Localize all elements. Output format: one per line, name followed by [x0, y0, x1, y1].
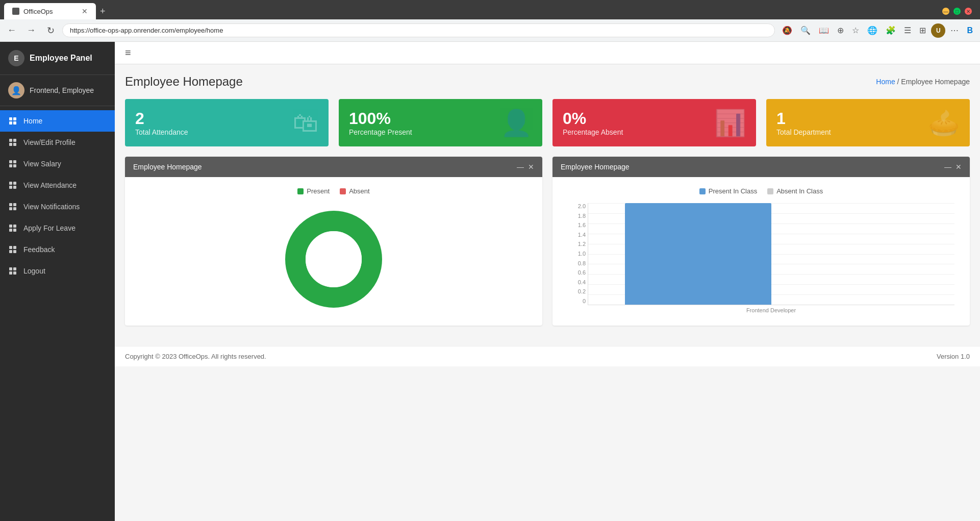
y-label-2: 2.0: [568, 203, 586, 209]
sidebar-item-label: View Attendance: [23, 181, 77, 189]
hamburger-button[interactable]: ≡: [125, 47, 131, 59]
y-label-10: 1.0: [568, 251, 586, 257]
sidebar-item-label: View/Edit Profile: [23, 138, 76, 146]
home-icon: [8, 116, 17, 126]
feedback-icon: [8, 245, 17, 254]
sidebar-item-feedback[interactable]: Feedback: [0, 239, 115, 260]
collections-icon[interactable]: ☰: [901, 23, 914, 37]
donut-close-button[interactable]: ✕: [528, 163, 534, 171]
bar-chart-title: Employee Homepage: [561, 163, 630, 171]
search-icon[interactable]: 🔍: [797, 23, 814, 37]
main-content: ≡ Employee Homepage Home / Employee Home…: [115, 42, 980, 521]
profile-avatar[interactable]: U: [931, 23, 945, 38]
sidebar-item-home[interactable]: Home: [0, 110, 115, 132]
user-name: Frontend, Employee: [30, 86, 94, 94]
more-icon[interactable]: ⋯: [947, 23, 962, 37]
stat-card-department: 1 Total Department 🥧: [766, 99, 970, 146]
chart-bar-icon: 📊: [714, 108, 746, 138]
sidebar-item-label: View Notifications: [23, 203, 80, 211]
y-label-12: 1.2: [568, 241, 586, 247]
tab-close-button[interactable]: ✕: [82, 7, 88, 15]
minimize-button[interactable]: —: [942, 8, 949, 15]
sidebar-item-notifications[interactable]: View Notifications: [0, 196, 115, 217]
profile-icon: [8, 138, 17, 147]
donut-legend: Present Absent: [135, 187, 532, 195]
window-controls: — □ ✕: [942, 8, 976, 15]
brand-title: Employee Panel: [30, 54, 92, 63]
address-bar[interactable]: https://office-ops-app.onrender.com/empl…: [62, 23, 775, 37]
notifications-icon[interactable]: 🔕: [779, 23, 795, 37]
y-label-0: 0: [568, 298, 586, 304]
absent-label: Absent: [349, 187, 369, 195]
browser-chrome: OfficeOps ✕ + — □ ✕ ← → ↻ https://office…: [0, 0, 980, 42]
bar-close-button[interactable]: ✕: [956, 163, 962, 171]
charts-row: Employee Homepage — ✕ Present: [125, 157, 970, 326]
footer: Copyright © 2023 OfficeOps. All rights r…: [115, 346, 980, 366]
stat-card-present: 100% Percentage Present 👤: [339, 99, 542, 146]
breadcrumb-current: Employee Homepage: [901, 78, 970, 86]
svg-point-2: [306, 231, 362, 287]
sidebar-item-logout[interactable]: Logout: [0, 260, 115, 282]
bag-icon: 🛍: [293, 108, 318, 138]
present-class-dot: [699, 188, 706, 194]
breadcrumb-home[interactable]: Home: [876, 78, 895, 86]
extensions-icon[interactable]: 🧩: [883, 23, 899, 37]
donut-container: [135, 203, 532, 315]
favorites-icon[interactable]: ☆: [849, 23, 862, 37]
notifications-nav-icon: [8, 202, 17, 211]
close-button[interactable]: ✕: [965, 8, 972, 15]
stat-number-attendance: 2: [135, 109, 318, 128]
tab-favicon: [12, 8, 19, 15]
present-dot: [297, 188, 304, 194]
reading-view-icon[interactable]: 📖: [816, 23, 832, 37]
bar-chart-card: Employee Homepage — ✕ Present In Class: [552, 157, 970, 326]
legend-absent-class: Absent In Class: [767, 187, 823, 195]
globe-icon[interactable]: 🌐: [864, 23, 881, 37]
user-plus-icon: 👤: [500, 108, 532, 138]
bar-chart-body: Present In Class Absent In Class: [552, 177, 970, 324]
sidebar: E Employee Panel 👤 Frontend, Employee Ho…: [0, 42, 115, 521]
y-axis: 2.0 1.8 1.6 1.4 1.2 1.0 0.8 0.6 0.4 0.: [568, 203, 586, 305]
sidebar-item-profile[interactable]: View/Edit Profile: [0, 132, 115, 153]
y-label-14: 1.4: [568, 232, 586, 238]
top-bar: ≡: [115, 42, 980, 64]
active-tab[interactable]: OfficeOps ✕: [4, 3, 96, 19]
y-label-18: 1.8: [568, 213, 586, 219]
maximize-button[interactable]: □: [953, 8, 961, 15]
sidebar-item-attendance[interactable]: View Attendance: [0, 175, 115, 196]
x-label-frontend: Frontend Developer: [588, 307, 954, 313]
chart-plot-area: [588, 203, 954, 305]
legend-present-class: Present In Class: [699, 187, 757, 195]
forward-button[interactable]: →: [23, 23, 39, 38]
donut-chart-card: Employee Homepage — ✕ Present: [125, 157, 542, 326]
footer-copyright: Copyright © 2023 OfficeOps. All rights r…: [125, 353, 266, 360]
split-view-icon[interactable]: ⊞: [916, 23, 929, 37]
attendance-icon: [8, 181, 17, 190]
donut-chart-body: Present Absent: [125, 177, 542, 326]
absent-class-label: Absent In Class: [776, 187, 823, 195]
sidebar-item-label: Apply For Leave: [23, 224, 76, 232]
y-label-06: 0.6: [568, 269, 586, 276]
sidebar-item-salary[interactable]: View Salary: [0, 153, 115, 175]
donut-minimize-button[interactable]: —: [517, 163, 524, 171]
browser-toolbar: ← → ↻ https://office-ops-app.onrender.co…: [0, 19, 980, 42]
salary-icon: [8, 159, 17, 168]
bar-minimize-button[interactable]: —: [944, 163, 951, 171]
donut-chart-header: Employee Homepage — ✕: [125, 157, 542, 177]
bar-present: [625, 203, 771, 305]
donut-chart-controls: — ✕: [517, 163, 534, 171]
sidebar-item-leave[interactable]: Apply For Leave: [0, 217, 115, 239]
new-tab-button[interactable]: +: [96, 4, 110, 19]
reload-button[interactable]: ↻: [43, 23, 58, 38]
toolbar-icons: 🔕 🔍 📖 ⊕ ☆ 🌐 🧩 ☰ ⊞ U ⋯ B: [779, 23, 976, 38]
tab-title: OfficeOps: [23, 8, 53, 15]
bing-icon[interactable]: B: [964, 24, 976, 37]
back-button[interactable]: ←: [4, 23, 19, 38]
tab-bar: OfficeOps ✕ + — □ ✕: [0, 0, 980, 19]
sidebar-item-label: Logout: [23, 267, 45, 275]
zoom-icon[interactable]: ⊕: [834, 23, 847, 37]
bar-legend: Present In Class Absent In Class: [563, 187, 960, 195]
bar-chart-area: 2.0 1.8 1.6 1.4 1.2 1.0 0.8 0.6 0.4 0.: [568, 203, 954, 305]
user-avatar: 👤: [8, 82, 24, 98]
footer-version: Version 1.0: [937, 353, 970, 360]
